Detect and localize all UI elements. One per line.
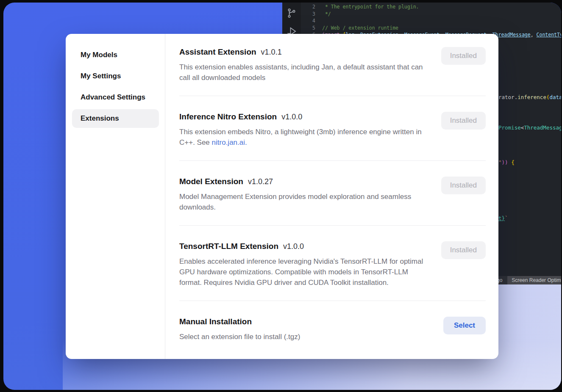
extension-row: Manual InstallationSelect an extension f… — [179, 301, 486, 355]
code-text: // Web / extension runtime — [322, 25, 398, 32]
extension-description: Enables accelerated inference leveraging… — [179, 256, 426, 288]
sidebar-item-label: Advanced Settings — [81, 93, 145, 102]
code-token: rator — [498, 94, 515, 100]
extension-description: This extension enables assistants, inclu… — [179, 62, 426, 83]
extension-row: Model Extensionv1.0.27Model Management E… — [179, 161, 486, 226]
source-control-icon — [286, 8, 297, 20]
sidebar-item-my-settings[interactable]: My Settings — [72, 67, 159, 86]
extension-info: Manual InstallationSelect an extension f… — [179, 317, 426, 342]
extension-name: Model Extension — [179, 177, 243, 186]
code-token: */ — [322, 11, 331, 17]
select-button[interactable]: Select — [443, 317, 486, 334]
extension-title: Manual Installation — [179, 317, 426, 327]
code-token: t} — [498, 215, 505, 221]
code-fragment: Promise<ThreadMessage> — [498, 124, 561, 131]
extension-version: v1.0.1 — [261, 48, 282, 56]
installed-button[interactable]: Installed — [441, 241, 486, 259]
code-token: ThreadMessage — [524, 124, 561, 131]
installed-button[interactable]: Installed — [441, 177, 486, 194]
description-text: Model Management Extension provides mode… — [179, 193, 411, 211]
extension-row: TensortRT-LLM Extensionv1.0.0Enables acc… — [179, 226, 486, 301]
code-token: , — [531, 32, 537, 38]
code-line: 4 — [301, 17, 561, 25]
code-token: { — [511, 159, 515, 166]
code-line: 2 * The entrypoint for the plugin. — [301, 3, 561, 11]
extension-title: TensortRT-LLM Extensionv1.0.0 — [179, 241, 426, 251]
extension-name: Inference Nitro Extension — [179, 112, 277, 121]
extension-info: Assistant Extensionv1.0.1This extension … — [179, 47, 426, 83]
code-token: )) — [502, 159, 508, 166]
code-text: * The entrypoint for the plugin. — [322, 3, 419, 11]
nitro-link[interactable]: nitro.jan.ai. — [212, 138, 247, 146]
sidebar-item-my-models[interactable]: My Models — [72, 46, 159, 64]
code-lines: 2 * The entrypoint for the plugin.3 */45… — [301, 3, 561, 39]
code-text: */ — [322, 11, 331, 18]
extension-description: This extension embeds Nitro, a lightweig… — [179, 127, 426, 148]
extensions-panel: Assistant Extensionv1.0.1This extension … — [165, 34, 498, 359]
extension-title: Assistant Extensionv1.0.1 — [179, 47, 426, 57]
code-token: Promise — [498, 124, 521, 131]
extension-version: v1.0.0 — [281, 113, 302, 121]
code-line: 5// Web / extension runtime — [301, 25, 561, 32]
extension-row: Inference Nitro Extensionv1.0.0This exte… — [179, 96, 486, 161]
code-token: data — [549, 94, 561, 100]
extension-title: Model Extensionv1.0.27 — [179, 177, 426, 187]
jan-settings-modal: My ModelsMy SettingsAdvanced SettingsExt… — [66, 34, 498, 359]
code-token: ` — [505, 215, 508, 221]
extension-name: Assistant Extension — [179, 47, 256, 56]
installed-button[interactable]: Installed — [441, 47, 486, 65]
code-fragment: t}` — [498, 215, 508, 221]
code-token: * The entrypoint for the plugin. — [322, 4, 419, 10]
code-token: inference — [517, 94, 546, 100]
extension-info: Model Extensionv1.0.27Model Management E… — [179, 177, 426, 213]
extension-description: Select an extension file to install (.tg… — [179, 331, 426, 342]
app-window: 2 * The entrypoint for the plugin.3 */45… — [3, 3, 561, 390]
code-fragment: rator.inference(data)); — [498, 94, 561, 100]
extension-version: v1.0.27 — [248, 177, 273, 186]
installed-button[interactable]: Installed — [441, 112, 486, 130]
screen-reader-status: Screen Reader Optimize — [507, 276, 561, 284]
description-text: Enables accelerated inference leveraging… — [179, 257, 423, 287]
code-token — [508, 159, 512, 166]
extension-info: TensortRT-LLM Extensionv1.0.0Enables acc… — [179, 241, 426, 288]
extension-name: Manual Installation — [179, 317, 252, 326]
extension-version: v1.0.0 — [283, 242, 304, 251]
sidebar-item-label: Extensions — [81, 114, 119, 123]
extension-name: TensortRT-LLM Extension — [179, 242, 278, 251]
sidebar-item-advanced-settings[interactable]: Advanced Settings — [72, 88, 159, 107]
sidebar-item-label: My Settings — [81, 72, 121, 80]
code-token: ContentType — [537, 32, 561, 38]
line-number: 2 — [301, 3, 315, 11]
sidebar-item-extensions[interactable]: Extensions — [72, 109, 159, 128]
extension-row: Assistant Extensionv1.0.1This extension … — [179, 34, 486, 96]
code-token: " — [498, 159, 502, 166]
code-line: 3 */ — [301, 11, 561, 18]
extension-info: Inference Nitro Extensionv1.0.0This exte… — [179, 112, 426, 148]
sidebar-item-label: My Models — [81, 51, 117, 59]
description-text: Select an extension file to install (.tg… — [179, 333, 300, 341]
code-token: // Web / extension runtime — [322, 25, 398, 31]
extension-title: Inference Nitro Extensionv1.0.0 — [179, 112, 426, 122]
code-fragment: ")) { — [498, 159, 515, 166]
settings-sidebar: My ModelsMy SettingsAdvanced SettingsExt… — [66, 34, 165, 359]
line-number: 4 — [301, 17, 315, 25]
description-text: This extension enables assistants, inclu… — [179, 63, 423, 82]
extension-description: Model Management Extension provides mode… — [179, 191, 426, 213]
line-number: 5 — [301, 25, 315, 32]
line-number: 3 — [301, 11, 315, 18]
